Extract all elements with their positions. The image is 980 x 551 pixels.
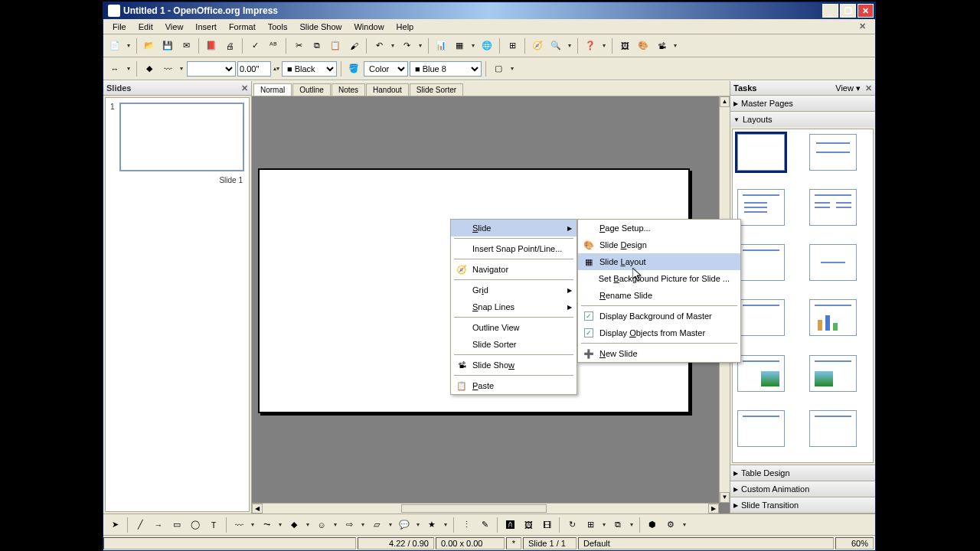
redo-dropdown[interactable]: ▾ xyxy=(416,42,424,49)
slide-design-button[interactable]: 🎨 xyxy=(635,37,652,54)
format-paintbrush-button[interactable]: 🖌 xyxy=(345,37,362,54)
layout-chart[interactable] xyxy=(809,299,857,336)
scroll-left-icon[interactable]: ◀ xyxy=(252,504,263,514)
fill-color-select[interactable]: ■ Blue 8 xyxy=(410,61,482,77)
line-fill-overflow[interactable]: ▾ xyxy=(508,65,516,72)
fontwork-button[interactable]: 🅰 xyxy=(501,517,518,533)
ctx-snap-lines[interactable]: Snap Lines▶ xyxy=(451,298,577,315)
sub-slide-design[interactable]: 🎨Slide Design xyxy=(578,236,740,253)
layout-image-content[interactable] xyxy=(809,355,857,392)
sub-set-background[interactable]: Set Background Picture for Slide ... xyxy=(578,270,740,287)
menu-help[interactable]: Help xyxy=(390,21,420,33)
menu-format[interactable]: Format xyxy=(223,21,262,33)
arrow-style-dropdown[interactable]: ▾ xyxy=(125,65,132,72)
status-style[interactable]: Default xyxy=(578,537,834,549)
menu-tools[interactable]: Tools xyxy=(262,21,294,33)
email-button[interactable]: ✉ xyxy=(178,37,194,54)
rotate-button[interactable]: ↻ xyxy=(564,517,580,533)
layout-content-chart[interactable] xyxy=(737,410,785,447)
layout-title-content[interactable] xyxy=(737,189,785,226)
connector-dropdown[interactable]: ▾ xyxy=(276,521,284,528)
slide-thumbnail[interactable] xyxy=(119,103,244,171)
arrange-dropdown[interactable]: ▾ xyxy=(628,521,635,528)
redo-button[interactable]: ↷ xyxy=(398,37,415,54)
menu-insert[interactable]: Insert xyxy=(189,21,223,33)
save-button[interactable]: 💾 xyxy=(159,37,176,54)
hscroll-thumb[interactable] xyxy=(401,504,547,513)
gallery-button[interactable]: 🖼 xyxy=(616,37,633,54)
basic-shapes-dropdown[interactable]: ▾ xyxy=(304,521,312,528)
table-button[interactable]: ▦ xyxy=(451,37,468,54)
context-menu[interactable]: Slide▶ Insert Snap Point/Line... 🧭Naviga… xyxy=(450,219,577,395)
undo-dropdown[interactable]: ▾ xyxy=(389,42,397,49)
undo-button[interactable]: ↶ xyxy=(371,37,387,54)
menu-slide-show[interactable]: Slide Show xyxy=(293,21,348,33)
layout-blank[interactable] xyxy=(737,134,785,171)
new-doc-button[interactable]: 📄 xyxy=(106,37,123,54)
stars-button[interactable]: ★ xyxy=(423,517,440,533)
fill-mode-select[interactable]: Color xyxy=(364,61,408,77)
curve-dropdown[interactable]: ▾ xyxy=(249,521,256,528)
toolbar-overflow[interactable]: ▾ xyxy=(600,42,608,49)
points-button[interactable]: ⋮ xyxy=(458,517,475,533)
ellipse-tool-button[interactable]: ◯ xyxy=(187,517,204,533)
context-submenu-slide[interactable]: Page Setup... 🎨Slide Design ▦Slide Layou… xyxy=(577,219,741,363)
ctx-outline-view[interactable]: Outline View xyxy=(451,319,577,336)
ctx-slide-sorter[interactable]: Slide Sorter xyxy=(451,336,577,353)
menu-edit[interactable]: Edit xyxy=(132,21,159,33)
arrow-style-button[interactable]: ↔ xyxy=(106,60,123,77)
select-tool-button[interactable]: ➤ xyxy=(106,517,123,533)
layout-title-only[interactable] xyxy=(737,244,785,281)
minimize-button[interactable]: _ xyxy=(822,4,838,18)
tab-normal[interactable]: Normal xyxy=(253,83,292,96)
section-table-design[interactable]: ▶Table Design xyxy=(730,465,875,481)
line-style-dropdown[interactable]: ▾ xyxy=(178,65,185,72)
copy-button[interactable]: ⧉ xyxy=(309,37,325,54)
ctx-slide[interactable]: Slide▶ xyxy=(451,220,577,236)
gallery-insert-button[interactable]: 🎞 xyxy=(538,517,555,533)
line-width-spinner[interactable]: ▴▾ xyxy=(273,65,280,72)
connector-tool-button[interactable]: ⤳ xyxy=(258,517,275,533)
line-style-select[interactable] xyxy=(187,61,236,77)
callouts-dropdown[interactable]: ▾ xyxy=(414,521,422,528)
tab-notes[interactable]: Notes xyxy=(332,83,365,96)
auto-spellcheck-button[interactable]: ᴬᴮ xyxy=(265,37,282,54)
tab-slide-sorter[interactable]: Slide Sorter xyxy=(410,83,463,96)
layouts-grid[interactable] xyxy=(732,129,874,463)
table-dropdown[interactable]: ▾ xyxy=(469,42,477,49)
presentation-toolbar-overflow[interactable]: ▾ xyxy=(671,42,679,49)
interaction-button[interactable]: ⚙ xyxy=(662,517,679,533)
navigator-button[interactable]: 🧭 xyxy=(529,37,546,54)
layout-content-image[interactable] xyxy=(737,355,785,392)
rectangle-tool-button[interactable]: ▭ xyxy=(168,517,185,533)
hyperlink-button[interactable]: 🌐 xyxy=(479,37,495,54)
pdf-export-button[interactable]: 📕 xyxy=(203,37,220,54)
section-custom-animation[interactable]: ▶Custom Animation xyxy=(730,481,875,497)
ctx-paste[interactable]: 📋Paste xyxy=(451,377,577,394)
tasks-view-menu[interactable]: View ▾ xyxy=(835,83,861,93)
cut-button[interactable]: ✂ xyxy=(290,37,307,54)
slides-panel-close-icon[interactable]: ✕ xyxy=(241,83,248,93)
menu-window[interactable]: Window xyxy=(348,21,390,33)
sub-rename-slide[interactable]: Rename Slide xyxy=(578,287,740,304)
tasks-panel-close-icon[interactable]: ✕ xyxy=(865,83,872,93)
block-arrows-button[interactable]: ⇨ xyxy=(341,517,358,533)
line-tool-button[interactable]: ╱ xyxy=(132,517,149,533)
alignment-button[interactable]: ⊞ xyxy=(582,517,599,533)
layout-content-4[interactable] xyxy=(737,299,785,336)
slide-show-button[interactable]: 📽 xyxy=(653,37,670,54)
section-layouts-header[interactable]: ▼Layouts xyxy=(730,112,875,127)
print-button[interactable]: 🖨 xyxy=(221,37,238,54)
symbol-shapes-button[interactable]: ☺ xyxy=(313,517,330,533)
tab-handout[interactable]: Handout xyxy=(366,83,409,96)
scroll-right-icon[interactable]: ▶ xyxy=(708,504,719,514)
drawing-toolbar-overflow[interactable]: ▾ xyxy=(681,521,688,528)
scroll-up-icon[interactable]: ▲ xyxy=(720,96,730,107)
document-close-icon[interactable]: ✕ xyxy=(853,20,872,33)
line-end-button[interactable]: ◆ xyxy=(141,60,158,77)
arrow-tool-button[interactable]: → xyxy=(150,517,167,533)
arrange-button[interactable]: ⧉ xyxy=(609,517,626,533)
new-doc-dropdown[interactable]: ▾ xyxy=(125,42,132,49)
ctx-insert-snap[interactable]: Insert Snap Point/Line... xyxy=(451,240,577,257)
section-slide-transition[interactable]: ▶Slide Transition xyxy=(730,497,875,514)
